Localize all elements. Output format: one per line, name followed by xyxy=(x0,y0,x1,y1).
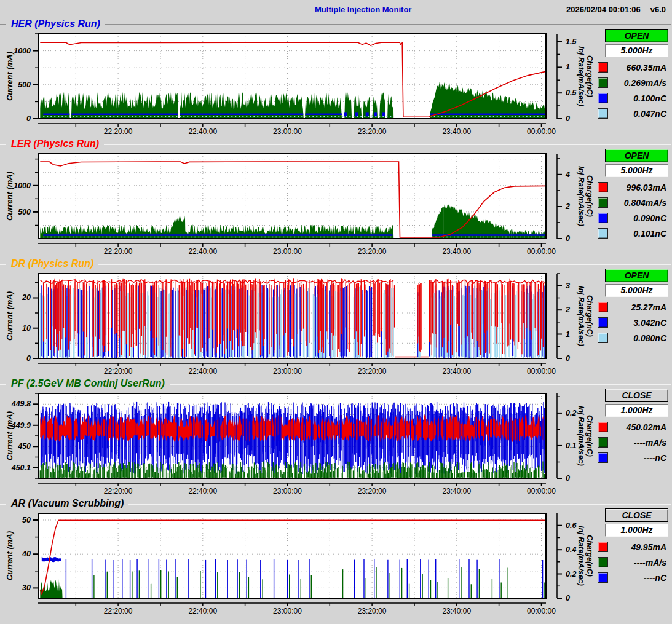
strip-chart: Current (mA) Charge(nC)Inj Rate(mA/sec) … xyxy=(0,31,596,138)
x-tick-label: 22:40:00 xyxy=(178,487,227,496)
panel-pf: PF (2.5GeV MB ContInj UserRun) Current (… xyxy=(0,378,672,498)
y-tick-label-left: 30 xyxy=(0,583,31,592)
panel-ler: LER (Physics Run) Current (mA) Charge(nC… xyxy=(0,138,672,258)
legend: 450.02mA----mA/s----nC xyxy=(598,419,669,465)
x-tick-label: 00:00:00 xyxy=(516,607,566,615)
y-tick-label-left: 1000 xyxy=(0,181,31,190)
x-tick-label: 00:00:00 xyxy=(516,487,566,496)
legend-row: 0.101nC xyxy=(598,226,669,241)
y-tick-label-left: 450 xyxy=(0,442,31,451)
panel-her: HER (Physics Run) Current (mA) Charge(nC… xyxy=(0,18,672,138)
right-axis-title: Charge(nC)Inj Rate(mA/sec) xyxy=(577,390,594,482)
status-button[interactable]: OPEN xyxy=(605,269,668,282)
panel-title: PF (2.5GeV MB ContInj UserRun) xyxy=(6,378,170,389)
legend-row: ----nC xyxy=(598,570,669,585)
legend-swatch xyxy=(598,93,608,103)
version-label: v6.0 xyxy=(650,5,666,14)
y-tick-label-right: 2 xyxy=(566,202,570,211)
legend-value: 450.02mA xyxy=(608,422,666,432)
y-tick-label-left: 1000 xyxy=(0,47,31,55)
left-axis-title: Current (mA) xyxy=(5,273,15,359)
legend-row: 0.269mA/s xyxy=(598,75,669,90)
legend-value: 49.95mA xyxy=(608,542,666,552)
legend: 25.27mA3.042nC0.080nC xyxy=(598,299,669,346)
y-tick-label-right: 1.5 xyxy=(566,38,576,46)
legend-row: 660.35mA xyxy=(598,60,669,75)
legend-row: 25.27mA xyxy=(598,299,669,315)
strip-chart: Current (mA) Charge(nC)Inj Rate(mA/sec) … xyxy=(0,271,596,378)
panel-title: AR (Vacuum Scrubbing) xyxy=(6,498,128,509)
legend-row: 0.804mA/s xyxy=(598,195,669,210)
x-tick-label: 23:20:00 xyxy=(347,247,397,256)
legend-row: 49.95mA xyxy=(598,539,669,555)
legend-row: 3.042nC xyxy=(598,315,669,330)
legend-swatch xyxy=(598,437,608,448)
strip-chart: Current (mA) Charge(nC)Inj Rate(mA/sec) … xyxy=(0,510,596,618)
panel-title: LER (Physics Run) xyxy=(6,138,104,149)
status-button[interactable]: OPEN xyxy=(605,29,668,42)
legend-row: 0.047nC xyxy=(598,106,669,121)
panel-title: HER (Physics Run) xyxy=(6,18,105,30)
x-tick-label: 22:20:00 xyxy=(93,247,143,256)
rate-display: 1.000Hz xyxy=(605,404,668,417)
legend-row: ----mA/s xyxy=(598,435,669,450)
panel-dr: DR (Physics Run) Current (mA) Charge(nC)… xyxy=(0,258,672,378)
info-panel: OPEN 5.000Hz 660.35mA0.269mA/s0.100nC0.0… xyxy=(598,29,669,121)
y-tick-label-right: 0.2 xyxy=(566,570,576,579)
info-panel: OPEN 5.000Hz 25.27mA3.042nC0.080nC xyxy=(598,269,669,346)
y-tick-label-right: 0 xyxy=(566,234,570,243)
y-tick-label-right: 0 xyxy=(566,474,570,483)
x-tick-label: 23:20:00 xyxy=(347,607,397,615)
panel-title: DR (Physics Run) xyxy=(6,258,98,269)
x-tick-label: 23:00:00 xyxy=(263,127,312,136)
y-tick-label-left: 449.8 xyxy=(0,400,31,408)
x-tick-label: 23:00:00 xyxy=(263,487,312,496)
y-tick-label-right: 0 xyxy=(566,114,570,123)
app-datetime: 2026/02/04 00:01:06v6.0 xyxy=(566,5,666,14)
legend-row: 0.100nC xyxy=(598,90,669,106)
info-panel: OPEN 5.000Hz 996.03mA0.804mA/s0.090nC0.1… xyxy=(598,149,669,241)
status-button[interactable]: CLOSE xyxy=(605,508,668,522)
x-tick-label: 23:00:00 xyxy=(263,367,312,376)
legend-swatch xyxy=(598,197,608,208)
right-axis-title: Charge(nC)Inj Rate(mA/sec) xyxy=(577,510,594,602)
y-tick-label-right: 1 xyxy=(566,63,570,71)
strip-chart: Current (mA) Charge(nC)Inj Rate(mA/sec) … xyxy=(0,151,596,258)
y-tick-label-left: 450.1 xyxy=(0,464,31,472)
status-button[interactable]: OPEN xyxy=(605,149,668,162)
x-tick-label: 22:20:00 xyxy=(93,487,143,496)
x-tick-label: 22:20:00 xyxy=(93,607,143,615)
chart-canvas xyxy=(0,31,596,128)
info-panel: CLOSE 1.000Hz 49.95mA----mA/s----nC xyxy=(598,508,669,585)
rate-display: 5.000Hz xyxy=(605,284,668,297)
header: Multiple Injection Monitor 2026/02/04 00… xyxy=(0,0,672,18)
x-tick-label: 23:40:00 xyxy=(432,487,481,496)
right-axis-title: Charge(nC)Inj Rate(mA/sec) xyxy=(577,150,594,242)
chart-canvas xyxy=(0,151,596,248)
y-tick-label-right: 1 xyxy=(566,330,570,339)
legend-row: 0.080nC xyxy=(598,330,669,346)
y-tick-label-right: 0.6 xyxy=(566,521,576,530)
x-tick-label: 00:00:00 xyxy=(516,247,566,256)
legend-swatch xyxy=(598,213,608,223)
y-tick-label-right: 0.2 xyxy=(566,409,576,417)
panels-container: HER (Physics Run) Current (mA) Charge(nC… xyxy=(0,18,672,624)
legend-swatch xyxy=(598,542,608,552)
rate-display: 5.000Hz xyxy=(605,44,668,57)
x-tick-label: 22:20:00 xyxy=(93,127,143,136)
legend-value: 25.27mA xyxy=(608,302,666,312)
y-tick-label-left: 50 xyxy=(0,516,31,524)
legend-value: 0.100nC xyxy=(608,93,666,103)
y-tick-label-left: 500 xyxy=(0,208,31,216)
legend-swatch xyxy=(598,228,608,239)
legend-value: 0.047nC xyxy=(608,109,666,119)
legend-value: ----nC xyxy=(608,573,666,583)
status-button[interactable]: CLOSE xyxy=(605,389,668,402)
x-tick-label: 22:20:00 xyxy=(93,367,143,376)
y-tick-label-left: 40 xyxy=(0,550,31,558)
x-tick-label: 22:40:00 xyxy=(178,607,227,615)
panel-ar: AR (Vacuum Scrubbing) Current (mA) Charg… xyxy=(0,498,672,624)
left-axis-title: Current (mA) xyxy=(5,153,15,239)
strip-chart: Current (mA) Charge(nC)Inj Rate(mA/sec) … xyxy=(0,390,596,498)
x-tick-label: 23:40:00 xyxy=(432,247,481,256)
